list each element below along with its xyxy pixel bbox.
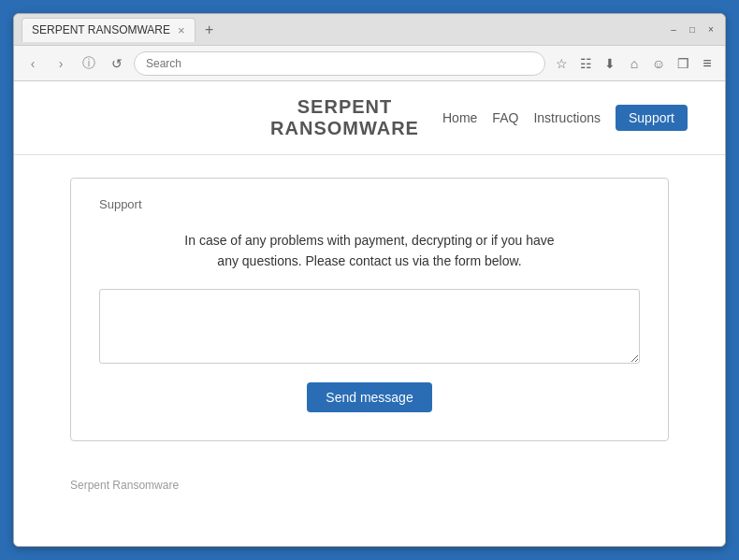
shield-icon[interactable]: ❒ [673, 53, 693, 74]
maximize-button[interactable]: □ [686, 23, 699, 36]
nav-instructions[interactable]: Instructions [533, 110, 601, 125]
home-icon[interactable]: ⌂ [624, 53, 645, 74]
page-footer: Serpent Ransomware [14, 464, 725, 507]
page-content: pctc.com SERPENT RANSOMWARE Home FAQ Ins… [14, 81, 725, 546]
footer-text: Serpent Ransomware [70, 479, 179, 492]
tab-close-icon[interactable]: × [178, 23, 185, 37]
description-line1: In case of any problems with payment, de… [184, 233, 554, 248]
minimize-button[interactable]: – [667, 23, 680, 36]
window-controls: – □ × [667, 23, 717, 36]
site-title: SERPENT RANSOMWARE [247, 96, 442, 139]
toolbar-icons: ☆ ☷ ⬇ ⌂ ☺ ❒ ≡ [551, 53, 717, 74]
forward-button[interactable]: › [50, 52, 72, 75]
download-icon[interactable]: ⬇ [600, 53, 620, 74]
card-description: In case of any problems with payment, de… [99, 230, 640, 272]
nav-faq[interactable]: FAQ [492, 110, 518, 125]
site-nav: Home FAQ Instructions Support [442, 105, 688, 131]
info-button[interactable]: ⓘ [78, 52, 100, 75]
site-header: SERPENT RANSOMWARE Home FAQ Instructions… [14, 81, 725, 155]
nav-support-button[interactable]: Support [616, 105, 688, 131]
send-message-button[interactable]: Send message [307, 382, 431, 412]
nav-home[interactable]: Home [442, 110, 477, 125]
message-textarea[interactable] [99, 289, 640, 364]
address-bar: ‹ › ⓘ ↺ ☆ ☷ ⬇ ⌂ ☺ ❒ ≡ [14, 46, 725, 81]
user-icon[interactable]: ☺ [648, 53, 669, 74]
menu-button[interactable]: ≡ [697, 53, 717, 74]
card-label: Support [99, 197, 640, 211]
title-bar: SERPENT RANSOMWARE × + – □ × [14, 14, 725, 46]
address-input[interactable] [134, 51, 545, 76]
browser-window: SERPENT RANSOMWARE × + – □ × ‹ › ⓘ ↺ ☆ ☷… [13, 13, 726, 547]
close-window-button[interactable]: × [704, 23, 717, 36]
back-button[interactable]: ‹ [22, 52, 44, 75]
description-line2: any questions. Please contact us via the… [217, 253, 521, 268]
main-content: Support In case of any problems with pay… [14, 155, 725, 464]
support-card: Support In case of any problems with pay… [70, 178, 669, 441]
send-button-container: Send message [99, 382, 640, 412]
tab-label: SERPENT RANSOMWARE [32, 23, 170, 36]
browser-tab[interactable]: SERPENT RANSOMWARE × [22, 18, 196, 42]
new-tab-button[interactable]: + [199, 20, 220, 40]
reading-icon[interactable]: ☷ [575, 53, 596, 74]
bookmark-icon[interactable]: ☆ [551, 53, 572, 74]
refresh-button[interactable]: ↺ [106, 52, 128, 75]
